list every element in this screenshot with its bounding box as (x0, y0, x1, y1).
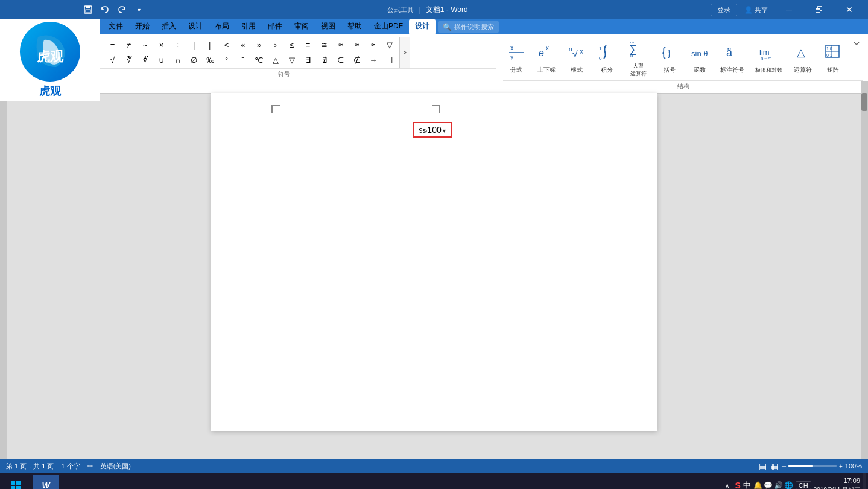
sym-nexists[interactable]: ∄ (317, 53, 332, 68)
close-button[interactable]: ✕ (835, 0, 863, 19)
menu-insert[interactable]: 插入 (156, 19, 182, 34)
share-button[interactable]: 👤共享 (740, 4, 773, 16)
tray-lang-btn[interactable]: 中 (743, 480, 751, 489)
sym-intersect[interactable]: ∩ (170, 53, 186, 68)
svg-text:n: n (569, 46, 572, 53)
symbols-group-label: 符号 (72, 68, 496, 78)
sym-overline[interactable]: ˉ (235, 53, 251, 68)
sym-dgt[interactable]: » (252, 38, 267, 53)
sym-divide[interactable]: ÷ (170, 38, 186, 53)
sym-cbrt[interactable]: ∛ (121, 53, 137, 68)
view-read-btn[interactable]: ▦ (770, 461, 778, 471)
fraction-btn[interactable]: x y 分式 (503, 41, 530, 76)
language-label[interactable]: 英语(美国) (100, 462, 131, 471)
redo-icon[interactable] (116, 4, 128, 16)
equation-box[interactable]: 9 s / 100 ▾ (413, 122, 452, 138)
sym-pipe[interactable]: | (186, 38, 202, 53)
menu-layout[interactable]: 布局 (209, 19, 235, 34)
sym-empty[interactable]: ∅ (186, 53, 202, 68)
show-desktop-btn[interactable] (863, 473, 866, 489)
sym-approx3[interactable]: ≈ (366, 38, 381, 53)
sym-turnstile[interactable]: ⊣ (382, 53, 398, 68)
sym-triangle[interactable]: △ (268, 53, 284, 68)
tray-msg-icon[interactable]: 💬 (764, 481, 773, 489)
sym-approx[interactable]: ≈ (333, 38, 349, 53)
sym-celsius[interactable]: ℃ (252, 53, 267, 68)
tray-network-icon[interactable]: 🌐 (784, 481, 793, 489)
menu-review[interactable]: 审阅 (288, 19, 315, 34)
tray-s-icon[interactable]: S (735, 481, 741, 489)
minimize-button[interactable]: ─ (775, 0, 803, 19)
sym-frt[interactable]: ∜ (138, 53, 153, 68)
radical-btn[interactable]: n √ x 根式 (563, 41, 590, 76)
large-operator-btn[interactable]: ∞ ∑ 0 大型运算符 (624, 37, 653, 80)
right-scrollbar[interactable] (861, 81, 868, 459)
zoom-level[interactable]: 100% (845, 462, 862, 470)
sym-arrow[interactable]: → (366, 53, 381, 68)
menu-design2[interactable]: 设计 (409, 19, 436, 34)
menu-view[interactable]: 视图 (315, 19, 341, 34)
sym-leq[interactable]: ≤ (284, 38, 300, 53)
menu-design[interactable]: 设计 (182, 19, 209, 34)
restore-button[interactable]: 🗗 (805, 0, 833, 19)
sym-degree[interactable]: ° (219, 53, 235, 68)
menu-home[interactable]: 开始 (129, 19, 156, 34)
edit-icon[interactable]: ✏ (87, 462, 93, 470)
sym-permil[interactable]: ‰ (203, 53, 218, 68)
menu-file[interactable]: 文件 (103, 19, 129, 34)
login-button[interactable]: 登录 (711, 4, 737, 16)
menu-mail[interactable]: 邮件 (262, 19, 288, 34)
sym-times[interactable]: × (154, 38, 169, 53)
sym-nin[interactable]: ∉ (349, 53, 365, 68)
svg-text:x: x (546, 45, 549, 51)
integral-btn[interactable]: 1 0 积分 (594, 41, 620, 76)
clock[interactable]: 17:09 2019/9/11 星期三 (814, 476, 860, 489)
zoom-slider[interactable] (788, 465, 837, 467)
sym-sqrt[interactable]: √ (105, 53, 121, 68)
bracket-btn[interactable]: { } 括号 (656, 41, 683, 76)
lang-indicator[interactable]: CH (796, 481, 811, 489)
function-btn[interactable]: sin θ 函数 (686, 41, 713, 76)
superscript-btn[interactable]: e x 上下标 (533, 41, 560, 76)
search-box[interactable]: 🔍 操作说明搜索 (438, 21, 499, 33)
sym-in[interactable]: ∈ (333, 53, 349, 68)
save-icon[interactable] (82, 4, 94, 16)
more-icon[interactable]: ▾ (133, 4, 145, 16)
limit-btn[interactable]: lim n→∞ 极限和对数 (752, 41, 786, 75)
operator-btn[interactable]: △ 运算符 (790, 41, 816, 76)
sym-down-tri[interactable]: ▽ (284, 53, 300, 68)
sym-union[interactable]: ∪ (154, 53, 169, 68)
svg-text:虎观: 虎观 (36, 49, 64, 64)
tray-expand-btn[interactable]: ∧ (721, 481, 733, 490)
svg-text:△: △ (797, 46, 805, 59)
sym-nabla[interactable]: ▽ (382, 38, 398, 53)
sym-exists[interactable]: ∃ (300, 53, 316, 68)
symbols-more-btn[interactable] (399, 37, 410, 68)
tray-volume-icon[interactable]: 🔊 (774, 481, 783, 489)
sym-dlt[interactable]: « (235, 38, 251, 53)
view-normal-btn[interactable]: ▤ (759, 461, 767, 471)
start-button[interactable] (2, 473, 29, 489)
eq-dropdown-icon[interactable]: ▾ (443, 127, 446, 134)
menu-pdf[interactable]: 金山PDF (368, 19, 409, 34)
sym-cong[interactable]: ≅ (317, 38, 332, 53)
tray-bell-icon[interactable]: 🔔 (753, 481, 762, 489)
matrix-btn[interactable]: 1 0 0 1 矩阵 (820, 41, 846, 76)
undo-icon[interactable] (99, 4, 111, 16)
document-canvas[interactable]: 9 s / 100 ▾ (7, 81, 861, 459)
sym-lt[interactable]: < (219, 38, 235, 53)
sym-tilde[interactable]: ~ (138, 38, 153, 53)
menu-reference[interactable]: 引用 (235, 19, 262, 34)
sym-rangle[interactable]: › (268, 38, 284, 53)
sym-not-equals[interactable]: ≠ (121, 38, 137, 53)
accent-btn[interactable]: ä 标注符号 (717, 41, 748, 76)
svg-text:ä: ä (726, 46, 733, 59)
sym-equals[interactable]: = (105, 38, 121, 53)
sym-equiv[interactable]: ≡ (300, 38, 316, 53)
structure-expand-btn[interactable] (850, 37, 863, 52)
svg-text:1 0: 1 0 (826, 46, 832, 51)
sym-dpipe[interactable]: ‖ (203, 38, 218, 53)
menu-help[interactable]: 帮助 (341, 19, 368, 34)
word-taskbar-btn[interactable]: W (33, 475, 59, 489)
sym-approx2[interactable]: ≈ (349, 38, 365, 53)
